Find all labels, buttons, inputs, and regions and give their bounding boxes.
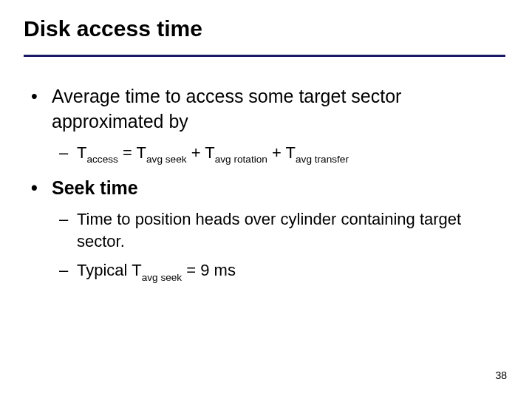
formula-plus2: +: [267, 143, 286, 162]
formula-eq: =: [118, 143, 137, 162]
bullet-1a-formula: Taccess = Tavg seek + Tavg rotation + Ta…: [30, 142, 502, 166]
formula-Tb: T: [205, 143, 214, 162]
typical-sub-avgseek: avg seek: [142, 272, 183, 283]
formula-sub-access: access: [86, 154, 117, 165]
formula-sub-avgrot: avg rotation: [215, 154, 267, 165]
slide-title: Disk access time: [24, 16, 202, 41]
typical-post: = 9 ms: [182, 261, 236, 279]
formula-Tc: T: [286, 143, 296, 162]
bullet-2b: Typical Tavg seek = 9 ms: [30, 259, 502, 284]
typical-T: T: [132, 261, 141, 279]
slide: Disk access time Average time to access …: [0, 0, 532, 399]
title-underline: [24, 55, 505, 57]
bullet-2: Seek time: [30, 176, 502, 201]
page-number: 38: [495, 369, 507, 381]
typical-pre: Typical: [77, 261, 132, 279]
formula-T: T: [77, 143, 86, 162]
formula-sub-avgseek: avg seek: [146, 154, 187, 165]
formula-Ta: T: [137, 143, 146, 162]
formula-sub-avgtrans: avg transfer: [296, 154, 349, 165]
formula-plus1: +: [187, 143, 205, 162]
slide-body: Average time to access some target secto…: [30, 74, 502, 288]
bullet-1: Average time to access some target secto…: [30, 84, 502, 134]
bullet-2a: Time to position heads over cylinder con…: [30, 208, 502, 252]
